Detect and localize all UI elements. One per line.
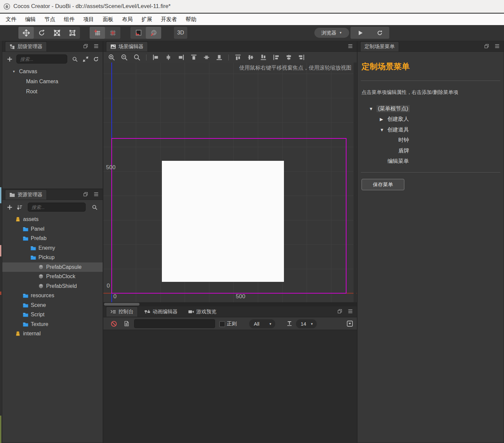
menu-item-layout[interactable]: 布局	[118, 14, 137, 25]
align-right-button[interactable]	[178, 54, 185, 61]
zoom-in-button[interactable]	[108, 54, 115, 61]
scale-tool-button[interactable]	[49, 27, 65, 39]
menu-item-edit[interactable]: 编辑	[21, 14, 40, 25]
asset-prefab-shield[interactable]: PrefabShield	[2, 282, 103, 291]
menu-item-shield[interactable]: 盾牌	[358, 145, 504, 156]
open-log-file-button[interactable]	[124, 321, 129, 327]
asset-internal[interactable]: ▶internal	[2, 329, 103, 339]
global-gizmo-button[interactable]	[146, 27, 161, 39]
menu-item-clock[interactable]: 时钟	[358, 135, 504, 146]
distribute-center-button[interactable]	[285, 54, 292, 61]
scene-viewport[interactable]: 使用鼠标右键平移视窗焦点，使用滚轮缩放视图 500 0 0 500	[103, 63, 357, 302]
collapse-arrow-icon[interactable]: ▼	[12, 70, 15, 73]
local-gizmo-button[interactable]	[130, 27, 146, 39]
add-node-button[interactable]	[7, 57, 12, 62]
menu-item-developer[interactable]: 开发者	[157, 14, 181, 25]
asset-resources[interactable]: ▶resources	[2, 291, 103, 301]
menu-item-create-item[interactable]: ▼创建道具	[358, 124, 504, 135]
rotate-tool-button[interactable]	[34, 27, 49, 39]
float-panel-icon[interactable]	[337, 309, 342, 314]
save-menu-button[interactable]: 保存菜单	[362, 179, 404, 190]
align-left-button[interactable]	[152, 54, 159, 61]
align-center-h-button[interactable]	[165, 54, 172, 61]
add-asset-button[interactable]	[7, 205, 12, 210]
play-button[interactable]	[358, 30, 363, 36]
collapse-arrow-icon[interactable]: ▼	[380, 127, 384, 132]
search-icon[interactable]	[72, 57, 78, 62]
asset-pickup[interactable]: ▼Pickup	[2, 253, 103, 262]
preview-target-dropdown[interactable]: 浏览器 ▼	[314, 28, 349, 38]
align-bottom-button[interactable]	[216, 54, 223, 61]
refresh-preview-button[interactable]	[377, 30, 383, 36]
menu-sprite[interactable]	[162, 161, 284, 282]
tab-custom-scene-menu[interactable]: 定制场景菜单	[360, 41, 399, 51]
distribute-right-button[interactable]	[298, 54, 305, 61]
zoom-out-button[interactable]	[121, 54, 128, 61]
distribute-top-button[interactable]	[234, 54, 241, 61]
tab-assets[interactable]: 资源管理器	[5, 190, 47, 200]
hierarchy-node-canvas[interactable]: ▼Canvas	[2, 67, 103, 77]
sort-assets-icon[interactable]	[17, 205, 22, 210]
move-tool-button[interactable]	[18, 27, 34, 39]
zoom-region-button[interactable]	[133, 54, 140, 61]
hierarchy-node-root[interactable]: Root	[2, 87, 103, 97]
panel-menu-icon[interactable]	[348, 44, 353, 48]
asset-enemy[interactable]: ▶Enemy	[2, 243, 103, 253]
menu-item-component[interactable]: 组件	[60, 14, 79, 25]
rect-tool-button[interactable]	[65, 27, 80, 39]
panel-menu-icon[interactable]	[94, 192, 99, 196]
tab-hierarchy[interactable]: 层级管理器	[5, 41, 47, 51]
menu-item-extension[interactable]: 扩展	[137, 14, 157, 25]
float-panel-icon[interactable]	[83, 192, 88, 197]
distribute-bottom-button[interactable]	[260, 54, 267, 61]
assets-search-input[interactable]	[28, 203, 86, 212]
menu-item-file[interactable]: 文件	[1, 14, 21, 25]
vertical-scrollbar[interactable]	[354, 63, 357, 302]
hierarchy-node-main-camera[interactable]: Main Camera	[2, 77, 103, 87]
scrollbar-handle[interactable]	[104, 303, 139, 306]
panel-menu-icon[interactable]	[348, 309, 353, 313]
font-size-dropdown[interactable]: 14 ▼	[296, 319, 317, 328]
collapse-logs-button[interactable]	[347, 321, 353, 327]
hierarchy-search-input[interactable]	[16, 54, 67, 64]
asset-scene[interactable]: ▶Scene	[2, 301, 103, 310]
tab-animation-editor[interactable]: 动画编辑器	[140, 307, 182, 317]
menu-item-node[interactable]: 节点	[40, 14, 60, 25]
distribute-left-button[interactable]	[273, 54, 280, 61]
expand-all-icon[interactable]	[83, 57, 88, 62]
mode-3d-button[interactable]: 3D	[174, 27, 187, 39]
float-panel-icon[interactable]	[484, 44, 489, 48]
expand-arrow-icon[interactable]: ▶	[380, 117, 383, 122]
align-top-button[interactable]	[190, 54, 197, 61]
tab-game-preview[interactable]: 游戏预览	[184, 307, 220, 317]
asset-prefab-clock[interactable]: PrefabClock	[2, 272, 103, 282]
asset-prefab[interactable]: ▼Prefab	[2, 234, 103, 243]
asset-texture[interactable]: ▶Texture	[2, 320, 103, 329]
tab-scene-editor[interactable]: 场景编辑器	[106, 41, 148, 51]
collapse-arrow-icon[interactable]: ▼	[369, 106, 373, 111]
align-middle-button[interactable]	[203, 54, 210, 61]
clear-console-button[interactable]	[111, 321, 117, 327]
menu-item-panel[interactable]: 面板	[98, 14, 118, 25]
asset-panel[interactable]: ▶Panel	[2, 224, 103, 234]
float-panel-icon[interactable]	[83, 44, 88, 48]
menu-item-create-enemy[interactable]: ▶创建敌人	[358, 114, 504, 125]
menu-item-project[interactable]: 项目	[79, 14, 98, 25]
regex-checkbox[interactable]	[219, 321, 225, 327]
log-level-dropdown[interactable]: All ▼	[249, 319, 275, 328]
console-filter-input[interactable]	[134, 319, 215, 328]
pivot-mode-button[interactable]	[90, 27, 105, 39]
asset-prefab-capsule[interactable]: PrefabCapsule	[2, 262, 103, 272]
search-icon[interactable]	[92, 205, 97, 210]
distribute-middle-button[interactable]	[247, 54, 254, 61]
panel-menu-icon[interactable]	[495, 44, 500, 48]
panel-menu-icon[interactable]	[94, 44, 99, 48]
anchor-mode-button[interactable]	[105, 27, 120, 39]
tab-console[interactable]: 控制台	[106, 307, 138, 317]
refresh-hierarchy-icon[interactable]	[93, 57, 99, 62]
menu-item-menu-root-node[interactable]: ▼(菜单根节点)	[358, 103, 504, 114]
menu-item-edit-menu[interactable]: 编辑菜单	[358, 156, 504, 167]
asset-script[interactable]: ▶Script	[2, 310, 103, 320]
menu-item-help[interactable]: 帮助	[181, 14, 201, 25]
asset-assets[interactable]: ▼assets	[2, 215, 103, 224]
